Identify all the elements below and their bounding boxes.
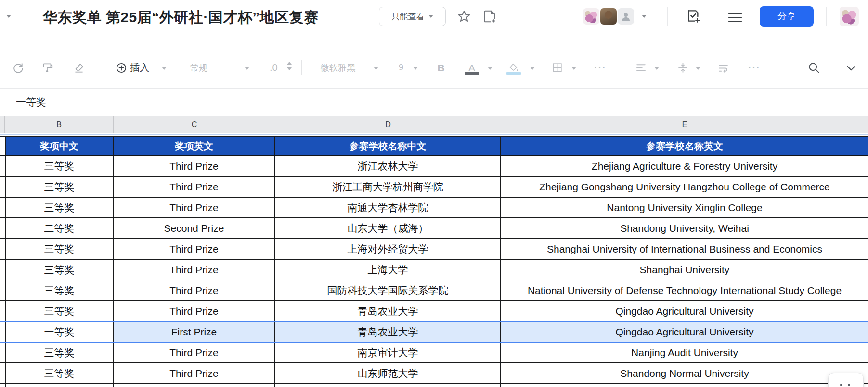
font-size-dropdown[interactable]: 9 (399, 47, 403, 88)
cell[interactable]: Third Prize (114, 260, 275, 280)
header-cell[interactable]: 参赛学校名称英文 (501, 136, 868, 156)
borders-caret-icon[interactable] (571, 67, 576, 70)
cell[interactable]: Third Prize (114, 239, 275, 260)
collaborator-avatar-3[interactable] (617, 8, 635, 25)
cell[interactable]: Nantong University Xinglin College (501, 198, 868, 218)
formula-bar-value[interactable]: 一等奖 (16, 89, 46, 116)
column-header-E[interactable]: E (501, 116, 868, 133)
cell[interactable]: 三等奖 (5, 301, 114, 322)
cell[interactable]: 浙江农林大学 (275, 156, 501, 177)
cell[interactable]: Third Prize (114, 301, 275, 322)
header-cell[interactable]: 参赛学校名称中文 (275, 136, 501, 156)
cell[interactable]: Shanghai University (501, 260, 868, 280)
cell[interactable]: 山东大学（威海） (275, 218, 501, 239)
insert-plus-icon[interactable] (115, 47, 128, 88)
decimal-spinner[interactable] (287, 62, 292, 70)
task-add-icon[interactable] (686, 8, 701, 26)
cell[interactable]: Third Prize (114, 177, 275, 198)
font-color-button[interactable]: A (466, 47, 478, 88)
cell[interactable]: Zhejiang Agriculture & Forestry Universi… (501, 156, 868, 177)
more-format-button[interactable]: ··· (592, 47, 609, 88)
cell[interactable]: 三等奖 (5, 280, 114, 301)
collaborator-avatar-2[interactable] (600, 8, 617, 25)
font-size-caret-icon[interactable] (413, 67, 418, 70)
user-avatar[interactable] (839, 6, 859, 27)
fill-color-icon[interactable] (507, 47, 520, 88)
column-header-D[interactable]: D (275, 116, 501, 133)
cell[interactable]: Shandong University, Weihai (501, 218, 868, 239)
font-color-caret-icon[interactable] (488, 67, 492, 70)
cell[interactable]: Third Prize (114, 156, 275, 177)
borders-icon[interactable] (550, 47, 564, 88)
cell[interactable]: 三等奖 (5, 343, 114, 363)
cell[interactable]: 青岛农业大学 (275, 322, 501, 343)
header-cell[interactable]: 奖项中文 (5, 136, 114, 156)
cell[interactable]: 南通大学杏林学院 (275, 198, 501, 218)
vertical-align-caret-icon[interactable] (696, 67, 700, 70)
font-name-caret-icon[interactable] (374, 67, 378, 70)
scroll-helper-widget[interactable] (828, 373, 864, 387)
fill-color-caret-icon[interactable] (530, 67, 535, 70)
eraser-icon[interactable] (72, 47, 86, 88)
cell[interactable]: 三等奖 (5, 156, 114, 177)
collapse-toolbar-icon[interactable] (844, 47, 858, 88)
cell[interactable]: 浙江工商大学杭州商学院 (275, 177, 501, 198)
active-cell[interactable]: 一等奖 (5, 322, 114, 343)
cell[interactable]: 三等奖 (5, 363, 114, 384)
cell[interactable]: 上海对外经贸大学 (275, 239, 501, 260)
cell[interactable]: 山东师范大学 (275, 363, 501, 384)
insert-caret-icon[interactable] (162, 67, 167, 70)
spinner-up-icon[interactable] (287, 62, 292, 65)
number-format-dropdown[interactable]: 常规 (190, 47, 207, 88)
cell[interactable]: 青岛农业大学 (275, 301, 501, 322)
format-painter-icon[interactable] (40, 47, 55, 88)
insert-button[interactable]: 插入 (130, 47, 149, 88)
cell[interactable]: 南京审计大学 (275, 343, 501, 363)
font-name-dropdown[interactable]: 微软雅黑 (321, 47, 355, 88)
redo-icon[interactable] (11, 47, 25, 88)
collaborator-avatar-1[interactable] (583, 8, 600, 25)
cell[interactable]: Zhejiang Gongshang University Hangzhou C… (501, 177, 868, 198)
horizontal-align-caret-icon[interactable] (654, 67, 659, 70)
collaborators-caret-icon[interactable] (642, 15, 647, 18)
search-icon[interactable] (807, 47, 820, 88)
text-wrap-icon[interactable] (716, 47, 730, 88)
horizontal-align-icon[interactable] (634, 47, 648, 88)
cell[interactable]: Third Prize (114, 343, 275, 363)
star-icon[interactable] (457, 9, 471, 26)
cell[interactable]: 国防科技大学国际关系学院 (275, 280, 501, 301)
more-tools-button[interactable]: ··· (746, 47, 763, 88)
cell[interactable]: First Prize (114, 322, 275, 343)
bold-button[interactable]: B (436, 47, 446, 88)
cell[interactable]: 三等奖 (5, 177, 114, 198)
workspace-caret-icon[interactable] (6, 15, 11, 18)
number-format-caret-icon[interactable] (245, 67, 249, 70)
selection-border-top (0, 321, 868, 322)
menu-icon[interactable] (728, 11, 742, 25)
column-header-C[interactable]: C (114, 116, 275, 133)
cell[interactable]: 上海大学 (275, 260, 501, 280)
permission-button[interactable]: 只能查看 (379, 7, 446, 26)
cell[interactable]: 三等奖 (5, 239, 114, 260)
cell[interactable]: Shandong Normal University (501, 363, 868, 384)
cell[interactable]: 二等奖 (5, 218, 114, 239)
cell[interactable]: Qingdao Agricultural University (501, 322, 868, 343)
header-cell[interactable]: 奖项英文 (114, 136, 275, 156)
formula-bar[interactable]: 一等奖 (0, 89, 868, 116)
cell[interactable]: Shanghai University of International Bus… (501, 239, 868, 260)
spinner-down-icon[interactable] (287, 67, 292, 70)
cell[interactable]: Nanjing Audit University (501, 343, 868, 363)
vertical-align-icon[interactable] (676, 47, 689, 88)
page-add-icon[interactable] (482, 9, 497, 26)
cell[interactable]: 三等奖 (5, 260, 114, 280)
cell[interactable]: Second Prize (114, 218, 275, 239)
cell[interactable]: Third Prize (114, 198, 275, 218)
column-header-B[interactable]: B (5, 116, 114, 133)
cell[interactable]: Third Prize (114, 363, 275, 384)
cell[interactable]: 三等奖 (5, 198, 114, 218)
share-button[interactable]: 分享 (760, 6, 814, 27)
cell[interactable]: Qingdao Agricultural University (501, 301, 868, 322)
decimal-button[interactable]: .0 (270, 47, 278, 88)
cell[interactable]: National University of Defense Technolog… (501, 280, 868, 301)
cell[interactable]: Third Prize (114, 280, 275, 301)
